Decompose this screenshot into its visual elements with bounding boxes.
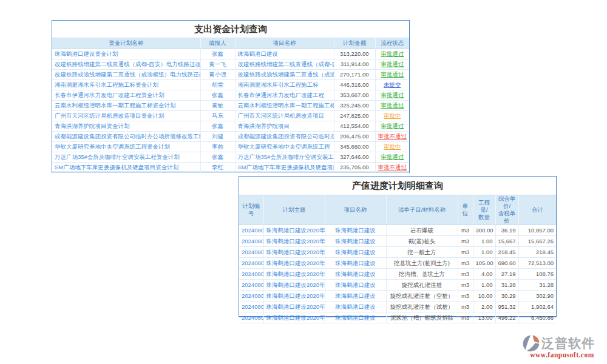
project-name-link[interactable]: 珠海鹤港口建设	[325, 291, 386, 302]
process-status-link[interactable]: 审批通过	[375, 49, 409, 59]
fund-plan-row: 改建铁路线增建第二线直通线（成都-西安）电力线路迁改工黄一飞改建铁路线增建第二线…	[52, 59, 409, 70]
total-value: 31.28	[518, 280, 556, 291]
item-material-name: 旋挖成孔灌注桩	[386, 280, 458, 291]
project-name-link[interactable]: 珠海鹤港口建设	[325, 236, 386, 247]
output-progress-row: 2024080珠海鹤港口建设2020年9月份计划珠海鹤港口建设挖一般土方m31.…	[239, 247, 556, 258]
unit-value: m3	[458, 291, 473, 302]
plan-theme-link[interactable]: 珠海鹤港口建设2020年9月份计划	[263, 312, 325, 323]
plan-theme-link[interactable]: 珠海鹤港口建设2020年9月份计划	[263, 258, 325, 269]
plan-no-link[interactable]: 2024080	[239, 269, 263, 280]
unit-value: m3	[458, 280, 473, 291]
filler-link[interactable]: 黄一飞	[200, 59, 235, 70]
total-value: 6,450.86	[518, 312, 556, 323]
process-status-link[interactable]: 审批通过	[375, 152, 409, 163]
project-name-link[interactable]: 云南水利枢纽潜明水库一期工程施工标	[235, 101, 334, 111]
process-status-link[interactable]: 审批通过	[375, 59, 409, 70]
total-value: 218.45	[518, 247, 556, 258]
project-name-link[interactable]: 珠海鹤港口建设	[325, 312, 386, 323]
process-status-link[interactable]: 未提交	[375, 80, 409, 90]
project-name-link[interactable]: SM广场地下车库更换摄像机及硬盘项目	[235, 163, 334, 173]
filler-link[interactable]: 张鑫	[200, 121, 235, 132]
project-name-link[interactable]: 珠海鹤港口建设	[325, 302, 386, 312]
project-name-link[interactable]: 改建铁路成渝线增建第二直通线（成渝枢纽）电力线路迁改	[235, 70, 334, 80]
fund-plan-name-link[interactable]: SM广场地下车库更换摄像机及硬盘项目资金计划	[52, 163, 200, 173]
col-header-plan-no: 计划编 号	[239, 195, 263, 225]
project-name-link[interactable]: 成都能源建设集团投资有限公司临时办公场所装修改造工程	[235, 132, 334, 142]
project-name-link[interactable]: 珠海鹤港口建设	[325, 258, 386, 269]
fund-plan-name-link[interactable]: 云南水利枢纽潜明水库一期工程施工标资金计划	[52, 101, 200, 111]
filler-link[interactable]: 李红	[200, 163, 235, 173]
plan-no-link[interactable]: 2024080	[239, 280, 263, 291]
col-header-project-name: 项目名称	[235, 38, 334, 49]
project-name-link[interactable]: 华软大厦研究基地中央空调系统工程	[235, 142, 334, 152]
project-name-link[interactable]: 长春市伊通河水力发电厂改建工程	[235, 90, 334, 101]
project-name-link[interactable]: 珠海鹤港口建设	[325, 225, 386, 236]
fund-plan-name-link[interactable]: 长春市伊通河水力发电厂改建工程资金计划	[52, 90, 200, 101]
process-status-link[interactable]: 审批中	[375, 111, 409, 121]
filler-link[interactable]: 马东	[200, 111, 235, 121]
col-header-quantity: 工程量/ 数量	[473, 195, 495, 225]
process-status-link[interactable]: 审批不通过	[375, 163, 409, 173]
unit-value: m3	[458, 258, 473, 269]
fund-plan-name-link[interactable]: 青海洪湖养护院项目资金计划	[52, 121, 200, 132]
col-header-unit-price: 综合单价/ 含税单价	[495, 195, 518, 225]
project-name-link[interactable]: 青海洪湖养护院项目	[235, 121, 334, 132]
process-status-link[interactable]: 审批通过	[375, 70, 409, 80]
process-status-link[interactable]: 审批通过	[375, 101, 409, 111]
project-name-link[interactable]: 改建铁路线增建第二线直通线（成都-西安）电力线路迁改工	[235, 59, 334, 70]
fund-plan-name-link[interactable]: 湖南洞庭湖水库引水工程施工标资金计划	[52, 80, 200, 90]
plan-theme-link[interactable]: 珠海鹤港口建设2020年9月份计划	[263, 291, 325, 302]
col-header-item-material-name: 清单子目/材料名称	[386, 195, 458, 225]
planned-amount: 313,220.00	[334, 49, 375, 59]
plan-theme-link[interactable]: 珠海鹤港口建设2020年9月份计划	[263, 225, 325, 236]
fund-plan-name-link[interactable]: 成都能源建设集团投资有限公司临时办公场所装修改造工程	[52, 132, 200, 142]
plan-theme-link[interactable]: 珠海鹤港口建设2020年9月份计划	[263, 247, 325, 258]
fund-plan-name-link[interactable]: 改建铁路成渝线增建第二直通线（成渝枢纽）电力线路迁改	[52, 70, 200, 80]
output-progress-row: 2024080珠海鹤港口建设2020年9月份计划珠海鹤港口建设截(凿)桩头m31…	[239, 236, 556, 247]
fund-plan-name-link[interactable]: 广州市天河区统计局机房改造项目资金计划	[52, 111, 200, 121]
plan-no-link[interactable]: 2024080	[239, 258, 263, 269]
project-name-link[interactable]: 湖南洞庭湖水库引水工程施工标	[235, 80, 334, 90]
item-material-name: 旋挖成孔灌注桩（空桩）	[386, 291, 458, 302]
project-name-link[interactable]: 万达广场35#会所及咖啡厅空调安装工程	[235, 152, 334, 163]
output-progress-row: 2024080珠海鹤港口建设2020年9月份计划珠海鹤港口建设泥浆池（槽）砌筑及…	[239, 312, 556, 323]
fund-plan-name-link[interactable]: 万达广场35#会所及咖啡厅空调安装工程资金计划	[52, 152, 200, 163]
col-header-project-name: 项目名称	[325, 195, 386, 225]
project-name-link[interactable]: 珠海鹤港口建设	[325, 269, 386, 280]
filler-link[interactable]: 刘健	[200, 132, 235, 142]
plan-no-link[interactable]: 2024080	[239, 247, 263, 258]
plan-no-link[interactable]: 2024080	[239, 291, 263, 302]
process-status-link[interactable]: 审批不通过	[375, 132, 409, 142]
item-material-name: 截(凿)桩头	[386, 236, 458, 247]
plan-theme-link[interactable]: 珠海鹤港口建设2020年9月份计划	[263, 269, 325, 280]
project-name-link[interactable]: 珠海鹤港口建设	[325, 247, 386, 258]
quantity-value: 2.00	[473, 302, 495, 312]
plan-theme-link[interactable]: 珠海鹤港口建设2020年9月份计划	[263, 280, 325, 291]
filler-link[interactable]: 张鑫	[200, 90, 235, 101]
fund-plan-name-link[interactable]: 改建铁路线增建第二线直通线（成都-西安）电力线路迁改工	[52, 59, 200, 70]
plan-theme-link[interactable]: 珠海鹤港口建设2020年9月份计划	[263, 302, 325, 312]
filler-link[interactable]: 李帅	[200, 142, 235, 152]
unit-value: m3	[458, 236, 473, 247]
process-status-link[interactable]: 审批通过	[375, 121, 409, 132]
fund-plan-name-link[interactable]: 华软大厦研究基地中央空调系统工程资金计划	[52, 142, 200, 152]
filler-link[interactable]: 张鑫	[200, 49, 235, 59]
plan-no-link[interactable]: 2024080	[239, 236, 263, 247]
filler-link[interactable]: 黄敏	[200, 101, 235, 111]
process-status-link[interactable]: 审批中	[375, 142, 409, 152]
plan-theme-link[interactable]: 珠海鹤港口建设2020年9月份计划	[263, 236, 325, 247]
filler-link[interactable]: 张鑫	[200, 152, 235, 163]
project-name-link[interactable]: 广州市天河区统计局机房改造项目	[235, 111, 334, 121]
filler-link[interactable]: 胡雷	[200, 80, 235, 90]
process-status-link[interactable]: 审批通过	[375, 90, 409, 101]
project-name-link[interactable]: 珠海鹤港口建设	[325, 280, 386, 291]
project-name-link[interactable]: 珠海鹤港口建设	[235, 49, 334, 59]
plan-no-link[interactable]: 2024080	[239, 312, 263, 323]
total-value: 302.90	[518, 291, 556, 302]
fund-plan-row: 云南水利枢纽潜明水库一期工程施工标资金计划黄敏云南水利枢纽潜明水库一期工程施工标…	[52, 101, 409, 111]
unit-price-value: 218.45	[495, 247, 518, 258]
fund-plan-name-link[interactable]: 珠海鹤港口建设资金计划	[52, 49, 200, 59]
plan-no-link[interactable]: 2024080	[239, 302, 263, 312]
filler-link[interactable]: 黄小强	[200, 70, 235, 80]
plan-no-link[interactable]: 2024080	[239, 225, 263, 236]
